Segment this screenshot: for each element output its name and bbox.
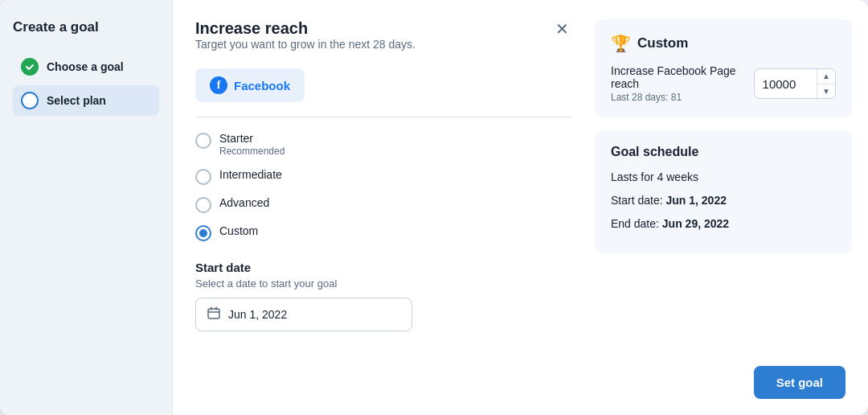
radio-advanced-indicator xyxy=(195,197,211,213)
metric-label: Increase Facebook Page reach xyxy=(611,64,744,90)
radio-advanced-label: Advanced xyxy=(219,196,269,209)
sidebar-item-choose-goal-label: Choose a goal xyxy=(47,60,124,73)
metric-row: Increase Facebook Page reach Last 28 day… xyxy=(611,64,836,103)
facebook-logo-icon: f xyxy=(210,76,227,94)
metric-value-input[interactable]: 10000 ▲ ▼ xyxy=(754,68,836,99)
facebook-button-label: Facebook xyxy=(234,79,290,92)
radio-custom-text: Custom xyxy=(219,224,258,237)
main-header: Increase reach Target you want to grow i… xyxy=(195,19,572,64)
calendar-icon xyxy=(207,306,220,323)
custom-card-title: 🏆 Custom xyxy=(611,34,836,53)
metric-increment-button[interactable]: ▲ xyxy=(817,69,835,84)
facebook-button[interactable]: f Facebook xyxy=(195,68,305,102)
sidebar-item-choose-goal[interactable]: Choose a goal xyxy=(13,51,159,82)
schedule-end-label: End date: xyxy=(611,217,659,230)
start-date-section-sublabel: Select a date to start your goal xyxy=(195,277,572,290)
main-subtitle: Target you want to grow in the next 28 d… xyxy=(195,38,416,51)
metric-input-value: 10000 xyxy=(755,77,817,91)
schedule-end: End date: Jun 29, 2022 xyxy=(611,216,836,232)
radio-intermediate-label: Intermediate xyxy=(219,168,282,181)
radio-custom-inner xyxy=(199,229,207,237)
radio-starter-indicator xyxy=(195,133,211,149)
trophy-icon: 🏆 xyxy=(611,34,631,53)
schedule-end-value: Jun 29, 2022 xyxy=(662,217,729,230)
divider xyxy=(195,117,572,117)
schedule-duration: Lasts for 4 weeks xyxy=(611,169,836,186)
schedule-title: Goal schedule xyxy=(611,145,836,159)
main-title: Increase reach xyxy=(195,19,416,38)
date-input[interactable]: Jun 1, 2022 xyxy=(195,298,412,331)
sidebar: Create a goal Choose a goal Select plan xyxy=(0,0,173,415)
create-goal-modal: Create a goal Choose a goal Select plan … xyxy=(0,0,868,415)
start-date-section-label: Start date xyxy=(195,261,572,274)
radio-starter-sublabel: Recommended xyxy=(219,146,285,157)
circle-icon xyxy=(21,92,39,109)
main-content: Increase reach Target you want to grow i… xyxy=(173,0,595,415)
sidebar-title: Create a goal xyxy=(13,19,159,35)
radio-starter-label: Starter xyxy=(219,132,285,145)
schedule-start-label: Start date: xyxy=(611,194,663,207)
right-panel: 🏆 Custom Increase Facebook Page reach La… xyxy=(595,0,868,415)
radio-group: Starter Recommended Intermediate Advance… xyxy=(195,132,572,241)
schedule-card: Goal schedule Lasts for 4 weeks Start da… xyxy=(595,130,852,253)
radio-option-intermediate[interactable]: Intermediate xyxy=(195,168,572,185)
radio-intermediate-indicator xyxy=(195,169,211,185)
radio-option-starter[interactable]: Starter Recommended xyxy=(195,132,572,157)
metric-label-group: Increase Facebook Page reach Last 28 day… xyxy=(611,64,744,103)
sidebar-item-select-plan[interactable]: Select plan xyxy=(13,85,159,116)
header-text: Increase reach Target you want to grow i… xyxy=(195,19,416,64)
set-goal-button[interactable]: Set goal xyxy=(754,366,845,399)
radio-custom-label: Custom xyxy=(219,224,258,237)
metric-input-arrows: ▲ ▼ xyxy=(817,69,835,98)
svg-rect-0 xyxy=(208,309,219,318)
check-icon xyxy=(21,58,39,76)
modal-footer: Set goal xyxy=(754,366,845,399)
metric-decrement-button[interactable]: ▼ xyxy=(817,84,835,99)
close-button[interactable]: ✕ xyxy=(552,19,572,39)
metric-sublabel: Last 28 days: 81 xyxy=(611,92,744,103)
custom-card: 🏆 Custom Increase Facebook Page reach La… xyxy=(595,19,852,117)
radio-advanced-text: Advanced xyxy=(219,196,269,209)
date-input-value: Jun 1, 2022 xyxy=(228,308,287,321)
radio-custom-indicator xyxy=(195,225,211,241)
custom-card-title-label: Custom xyxy=(637,35,688,51)
radio-option-advanced[interactable]: Advanced xyxy=(195,196,572,213)
radio-option-custom[interactable]: Custom xyxy=(195,224,572,241)
sidebar-item-select-plan-label: Select plan xyxy=(47,94,106,107)
schedule-start: Start date: Jun 1, 2022 xyxy=(611,192,836,209)
radio-starter-text: Starter Recommended xyxy=(219,132,285,157)
schedule-start-value: Jun 1, 2022 xyxy=(665,194,727,207)
radio-intermediate-text: Intermediate xyxy=(219,168,282,181)
